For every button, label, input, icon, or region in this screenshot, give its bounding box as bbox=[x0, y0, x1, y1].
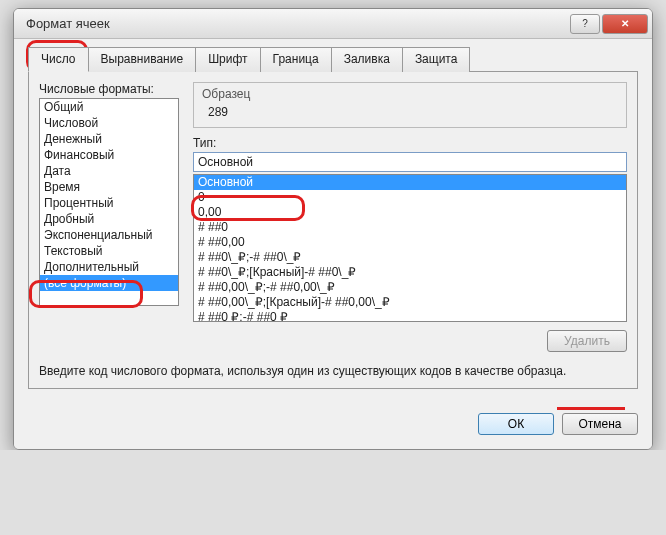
list-item[interactable]: # ##0\_₽;[Красный]-# ##0\_₽ bbox=[194, 265, 626, 280]
list-item[interactable]: # ##0 bbox=[194, 220, 626, 235]
list-item[interactable]: # ##0\_₽;-# ##0\_₽ bbox=[194, 250, 626, 265]
cancel-button[interactable]: Отмена bbox=[562, 413, 638, 435]
list-item[interactable]: 0 bbox=[194, 190, 626, 205]
list-item[interactable]: Текстовый bbox=[40, 243, 178, 259]
ok-button[interactable]: ОК bbox=[478, 413, 554, 435]
list-item[interactable]: Время bbox=[40, 179, 178, 195]
list-item[interactable]: Общий bbox=[40, 99, 178, 115]
sample-label: Образец bbox=[202, 87, 618, 101]
type-input[interactable] bbox=[193, 152, 627, 172]
list-item[interactable]: # ##0,00 bbox=[194, 235, 626, 250]
list-item[interactable]: Процентный bbox=[40, 195, 178, 211]
tab-alignment[interactable]: Выравнивание bbox=[88, 47, 197, 72]
list-item[interactable]: Денежный bbox=[40, 131, 178, 147]
list-item[interactable]: # ##0,00\_₽;-# ##0,00\_₽ bbox=[194, 280, 626, 295]
list-item[interactable]: Числовой bbox=[40, 115, 178, 131]
tab-border[interactable]: Граница bbox=[260, 47, 332, 72]
sample-value: 289 bbox=[202, 105, 618, 119]
type-label: Тип: bbox=[193, 136, 627, 150]
tab-fill[interactable]: Заливка bbox=[331, 47, 403, 72]
titlebar: Формат ячеек ? ✕ bbox=[14, 9, 652, 39]
formats-listbox[interactable]: ОбщийЧисловойДенежныйФинансовыйДатаВремя… bbox=[39, 98, 179, 306]
sample-group: Образец 289 bbox=[193, 82, 627, 128]
list-item[interactable]: (все форматы) bbox=[40, 275, 178, 291]
tab-protection[interactable]: Защита bbox=[402, 47, 471, 72]
list-item[interactable]: Основной bbox=[194, 175, 626, 190]
list-item[interactable]: Дата bbox=[40, 163, 178, 179]
list-item[interactable]: Дробный bbox=[40, 211, 178, 227]
delete-button[interactable]: Удалить bbox=[547, 330, 627, 352]
help-button[interactable]: ? bbox=[570, 14, 600, 34]
list-item[interactable]: 0,00 bbox=[194, 205, 626, 220]
type-codes-listbox[interactable]: Основной00,00# ##0# ##0,00# ##0\_₽;-# ##… bbox=[193, 174, 627, 322]
list-item[interactable]: Дополнительный bbox=[40, 259, 178, 275]
list-item[interactable]: Экспоненциальный bbox=[40, 227, 178, 243]
format-cells-dialog: Формат ячеек ? ✕ Число Выравнивание Шриф… bbox=[13, 8, 653, 450]
dialog-buttons: ОК Отмена bbox=[14, 403, 652, 449]
list-item[interactable]: # ##0 ₽;-# ##0 ₽ bbox=[194, 310, 626, 322]
list-item[interactable]: # ##0,00\_₽;[Красный]-# ##0,00\_₽ bbox=[194, 295, 626, 310]
tab-font[interactable]: Шрифт bbox=[195, 47, 260, 72]
list-item[interactable]: Финансовый bbox=[40, 147, 178, 163]
tab-number[interactable]: Число bbox=[28, 47, 89, 72]
close-button[interactable]: ✕ bbox=[602, 14, 648, 34]
window-title: Формат ячеек bbox=[26, 16, 570, 31]
tab-panel-number: Числовые форматы: ОбщийЧисловойДенежныйФ… bbox=[28, 72, 638, 389]
formats-label: Числовые форматы: bbox=[39, 82, 179, 96]
tab-bar: Число Выравнивание Шрифт Граница Заливка… bbox=[28, 47, 638, 72]
hint-text: Введите код числового формата, используя… bbox=[39, 364, 627, 378]
